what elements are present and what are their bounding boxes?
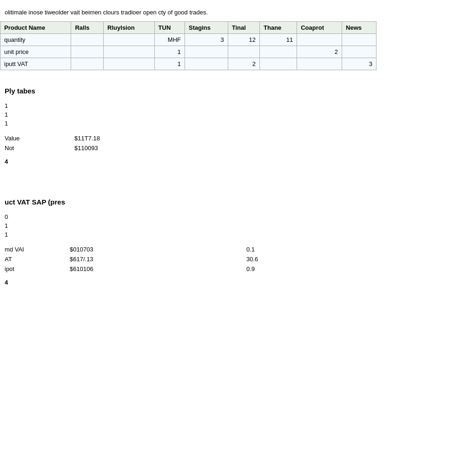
- page-container: olitimale inose tiweolder vait beimen cl…: [0, 0, 476, 298]
- ply-tabes-title: Ply tabes: [0, 79, 476, 99]
- product-table: Product Name Ralls Rluylsion TUN Stagins…: [0, 21, 377, 70]
- col-header-thane: Thane: [260, 22, 297, 34]
- vat-section-title: uct VAT SAP (pres: [0, 189, 476, 210]
- table-cell: [185, 58, 228, 70]
- col-header-tun: TUN: [154, 22, 185, 34]
- col-header-stagins: Stagins: [185, 22, 228, 34]
- ply-tabes-summary: Value$11T7.18Not$110093: [0, 131, 476, 156]
- ply-tabes-bold-num: 4: [0, 156, 476, 167]
- table-cell: [71, 46, 104, 58]
- ply-tabes-section: Ply tabes 111 Value$11T7.18Not$110093 4: [0, 79, 476, 184]
- vat-summary-extra: 0.1: [246, 246, 255, 253]
- vat-summary-label: md VAI: [5, 246, 65, 253]
- vat-summary-value: $610106: [70, 265, 116, 272]
- table-cell: unit price: [0, 46, 71, 58]
- table-cell: [104, 34, 154, 46]
- col-header-news: News: [342, 22, 377, 34]
- vat-summary-extra: 0.9: [246, 265, 255, 272]
- summary-row: Value$11T7.18: [5, 133, 471, 143]
- table-cell: [104, 46, 154, 58]
- list-num-item: 1: [5, 119, 471, 128]
- vat-summary-label: ipot: [5, 265, 65, 272]
- list-num-item: 1: [5, 221, 471, 230]
- table-cell: 11: [260, 34, 297, 46]
- table-row: iputt VAT123: [0, 58, 377, 70]
- table-cell: [228, 46, 259, 58]
- ply-tabes-list: 111: [0, 99, 476, 131]
- col-header-ralls: Ralls: [71, 22, 104, 34]
- table-cell: [71, 58, 104, 70]
- table-cell: [71, 34, 104, 46]
- list-num-item: 0: [5, 212, 471, 221]
- col-header-coaprot: Coaprot: [297, 22, 342, 34]
- main-table-section: Product Name Ralls Rluylsion TUN Stagins…: [0, 21, 476, 70]
- table-cell: MHF: [154, 34, 185, 46]
- vat-summary-row: AT$617/.1330.6: [5, 254, 471, 264]
- table-cell: [260, 46, 297, 58]
- col-header-rluylsion: Rluylsion: [104, 22, 154, 34]
- table-cell: [185, 46, 228, 58]
- list-num-item: 1: [5, 101, 471, 110]
- vat-summary-label: AT: [5, 256, 65, 263]
- table-cell: 2: [297, 46, 342, 58]
- table-cell: quantity: [0, 34, 71, 46]
- table-cell: [342, 34, 377, 46]
- vat-summary-value: $010703: [70, 246, 116, 253]
- col-header-product: Product Name: [0, 22, 71, 34]
- table-cell: 1: [154, 58, 185, 70]
- summary-row: Not$110093: [5, 143, 471, 153]
- table-cell: 3: [342, 58, 377, 70]
- intro-text: olitimale inose tiweolder vait beimen cl…: [0, 5, 476, 21]
- vat-summary-row: ipot$6101060.9: [5, 264, 471, 274]
- table-row: quantityMHF31211: [0, 34, 377, 46]
- vat-summary-row: md VAI$0107030.1: [5, 245, 471, 254]
- table-cell: iputt VAT: [0, 58, 71, 70]
- table-cell: 1: [154, 46, 185, 58]
- summary-value: $11T7.18: [74, 135, 100, 142]
- vat-section: uct VAT SAP (pres 011 md VAI$0107030.1AT…: [0, 189, 476, 288]
- list-num-item: 1: [5, 230, 471, 239]
- summary-label: Not: [5, 145, 70, 152]
- table-cell: 2: [228, 58, 259, 70]
- summary-label: Value: [5, 135, 70, 142]
- table-cell: 12: [228, 34, 259, 46]
- table-cell: [342, 46, 377, 58]
- vat-list: 011: [0, 210, 476, 242]
- table-cell: [297, 58, 342, 70]
- summary-value: $110093: [74, 145, 98, 152]
- table-row: unit price12: [0, 46, 377, 58]
- vat-bold-num: 4: [0, 277, 476, 288]
- col-header-tinal: Tinal: [228, 22, 259, 34]
- table-cell: [297, 34, 342, 46]
- vat-summary-extra: 30.6: [246, 256, 258, 263]
- vat-summary-value: $617/.13: [70, 256, 116, 263]
- list-num-item: 1: [5, 110, 471, 119]
- table-cell: 3: [185, 34, 228, 46]
- table-cell: [104, 58, 154, 70]
- table-cell: [260, 58, 297, 70]
- vat-summary: md VAI$0107030.1AT$617/.1330.6ipot$61010…: [0, 242, 476, 277]
